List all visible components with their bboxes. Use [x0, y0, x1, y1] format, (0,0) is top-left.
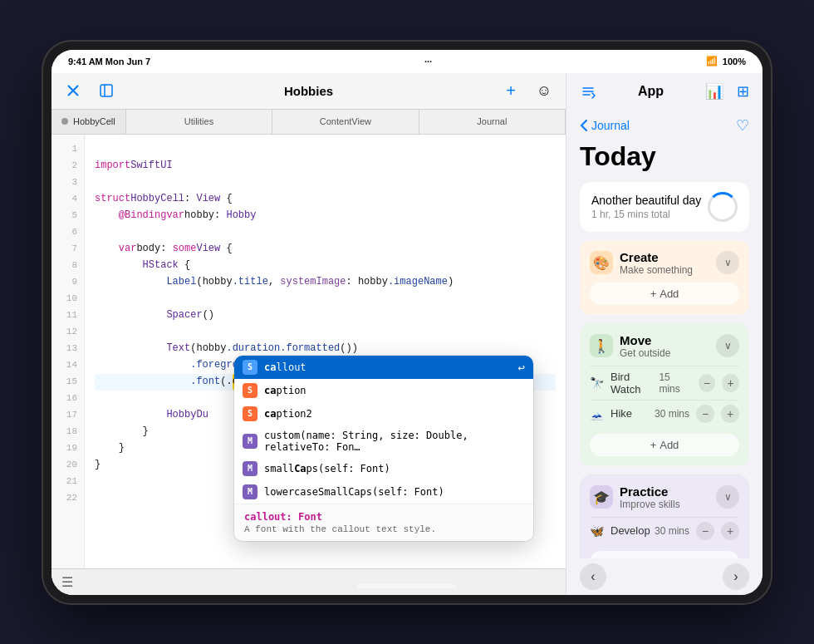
highlight-text: Ca — [294, 463, 306, 474]
activity-header: 🚶 Move Get outside ∨ — [590, 333, 739, 359]
create-icon: 🎨 — [590, 251, 613, 274]
hike-plus[interactable]: + — [721, 405, 739, 423]
create-add-button[interactable]: + Add — [590, 283, 739, 305]
loading-spinner — [708, 192, 738, 222]
svg-rect-2 — [101, 85, 112, 96]
bird-watch-plus[interactable]: + — [722, 374, 739, 392]
close-button[interactable] — [61, 79, 85, 102]
create-expand-button[interactable]: ∨ — [716, 251, 739, 274]
journal-nav: ‹ › — [566, 558, 763, 595]
code-line: @Binding var hobby: Hobby — [95, 208, 556, 224]
journal-content: Journal ♡ Today Another beautiful day 1 … — [566, 110, 763, 558]
ipad-screen: 9:41 AM Mon Jun 7 ··· 📶 100% — [51, 50, 763, 595]
create-subtitle: Make something — [620, 264, 693, 276]
editor-tabs: HobbyCell Utilities ContentView Journal — [51, 110, 566, 135]
sidebar-toggle-button[interactable] — [95, 79, 118, 102]
hike-time: 30 mins — [655, 408, 689, 420]
journal-page-title: Today — [580, 141, 749, 172]
activity-card-move: 🚶 Move Get outside ∨ 🔭 Bir — [580, 323, 749, 466]
file-dot — [61, 118, 68, 125]
app-label: App — [638, 84, 664, 99]
grid-icon[interactable]: ⊞ — [737, 82, 749, 101]
activity-info: Create Make something — [620, 250, 693, 276]
move-icon: 🚶 — [590, 334, 613, 357]
autocomplete-item-callout[interactable]: S callout ↩ — [234, 356, 533, 379]
return-icon: ↩ — [518, 361, 525, 374]
create-title: Create — [620, 250, 693, 264]
develop-label: Develop — [610, 524, 650, 537]
plus-icon: + — [650, 556, 657, 558]
home-indicator — [357, 584, 457, 588]
journal-panel: App 📊 ⊞ Journal ♡ — [566, 73, 763, 595]
code-line — [95, 141, 556, 158]
develop-minus[interactable]: − — [696, 522, 714, 540]
sub-item-left: 🗻 Hike — [590, 407, 632, 420]
autocomplete-item-caption[interactable]: S caption — [234, 379, 533, 402]
sub-item-right: 30 mins − + — [655, 522, 739, 540]
next-arrow[interactable]: › — [723, 563, 749, 590]
autocomplete-footer: callout: Font A font with the callout te… — [234, 504, 533, 541]
plus-icon: + — [650, 288, 657, 300]
activity-header: 🎨 Create Make something ∨ — [590, 250, 739, 276]
develop-plus[interactable]: + — [721, 522, 739, 540]
move-title: Move — [620, 333, 670, 347]
badge-s: S — [243, 360, 257, 375]
move-add-button[interactable]: + Add — [590, 434, 739, 456]
footer-title: callout: Font — [244, 511, 523, 523]
status-bar-left: 9:41 AM Mon Jun 7 — [68, 57, 150, 66]
hike-label: Hike — [610, 407, 632, 420]
develop-icon: 🦋 — [590, 524, 604, 538]
code-line — [95, 224, 556, 241]
autocomplete-text: caption — [264, 385, 525, 396]
hike-minus[interactable]: − — [696, 405, 714, 423]
practice-add-button[interactable]: + Add — [590, 551, 739, 558]
status-dots: ··· — [424, 57, 432, 66]
line-numbers: 12345 678910 1112131415 1617181920 2122 — [51, 135, 85, 568]
activity-card-practice: 🎓 Practice Improve skills ∨ 🦋 — [580, 474, 749, 558]
badge-s: S — [243, 383, 257, 398]
prev-arrow[interactable]: ‹ — [580, 563, 606, 590]
move-expand-button[interactable]: ∨ — [716, 334, 739, 357]
code-line: HStack { — [95, 258, 556, 274]
hike-icon: 🗻 — [590, 407, 604, 420]
emoji-button[interactable]: ☺ — [532, 79, 556, 102]
code-line: Text(hobby.duration.formatted()) — [95, 341, 556, 357]
day-card-sub: 1 hr, 15 mins total — [591, 209, 701, 220]
journal-back-button[interactable]: Journal ♡ — [580, 116, 749, 135]
code-editor[interactable]: 12345 678910 1112131415 1617181920 2122 … — [51, 135, 566, 568]
sub-item-right: 15 mins − + — [659, 371, 739, 395]
code-line — [95, 291, 556, 307]
code-line — [95, 324, 556, 341]
autocomplete-item-smallcaps[interactable]: M smallCaps(self: Font) — [234, 457, 533, 480]
sub-item-left: 🦋 Develop — [590, 524, 650, 538]
battery-label: 100% — [723, 57, 746, 66]
bottom-list-icon[interactable]: ☰ — [61, 574, 73, 590]
badge-m: M — [243, 484, 257, 499]
activity-icon-title: 🚶 Move Get outside — [590, 333, 670, 359]
activity-card-create: 🎨 Create Make something ∨ + Add — [580, 240, 749, 315]
tab-hobbycell[interactable]: HobbyCell — [51, 110, 126, 134]
bird-watch-minus[interactable]: − — [699, 374, 716, 392]
tab-utilities[interactable]: Utilities — [126, 110, 272, 134]
autocomplete-item-custom[interactable]: M custom(name: String, size: Double, rel… — [234, 425, 533, 457]
heart-icon[interactable]: ♡ — [736, 116, 749, 135]
bird-watch-time: 15 mins — [659, 371, 691, 395]
add-label: Add — [660, 439, 679, 451]
autocomplete-item-caption2[interactable]: S caption2 — [234, 402, 533, 425]
code-line: import SwiftUI — [95, 158, 556, 175]
day-card: Another beautiful day 1 hr, 15 mins tota… — [580, 182, 749, 232]
arrange-icon — [580, 83, 596, 100]
chart-icon[interactable]: 📊 — [705, 82, 723, 101]
status-time: 9:41 AM Mon Jun 7 — [68, 57, 150, 66]
tab-contentview[interactable]: ContentView — [272, 110, 419, 134]
bird-watch-label: Bird Watch — [610, 371, 659, 396]
practice-expand-button[interactable]: ∨ — [716, 485, 739, 509]
badge-m: M — [243, 461, 257, 476]
add-file-button[interactable]: + — [499, 79, 522, 102]
autocomplete-item-lowercase[interactable]: M lowercaseSmallCaps(self: Font) — [234, 480, 533, 504]
sub-item-left: 🔭 Bird Watch — [590, 371, 659, 396]
code-line — [95, 175, 556, 191]
app-icon — [580, 83, 596, 100]
autocomplete-dropdown: S callout ↩ S caption S caption2 — [234, 356, 533, 541]
tab-journal[interactable]: Journal — [419, 110, 566, 134]
